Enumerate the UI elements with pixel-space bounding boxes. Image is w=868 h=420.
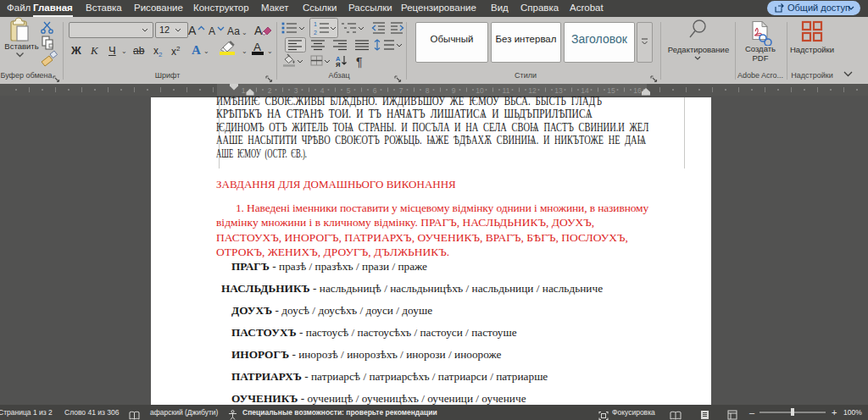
svg-text:1: 1 xyxy=(314,21,317,27)
svg-text:2: 2 xyxy=(268,86,272,95)
svg-text:5: 5 xyxy=(347,86,351,95)
svg-text:2: 2 xyxy=(314,30,317,36)
svg-text:1: 1 xyxy=(242,86,246,95)
svg-text:¶: ¶ xyxy=(356,55,363,69)
svg-text:15: 15 xyxy=(607,86,615,95)
svg-text:16: 16 xyxy=(633,86,642,95)
svg-text:Я: Я xyxy=(336,61,340,69)
svg-text:11: 11 xyxy=(503,86,510,95)
svg-text:14: 14 xyxy=(581,86,589,95)
svg-text:10: 10 xyxy=(476,86,484,95)
svg-text:8: 8 xyxy=(426,86,430,95)
svg-text:6: 6 xyxy=(373,86,377,95)
svg-text:12: 12 xyxy=(528,86,537,95)
svg-text:4: 4 xyxy=(320,86,325,95)
svg-text:7: 7 xyxy=(399,86,403,95)
svg-text:13: 13 xyxy=(554,86,563,95)
svg-text:9: 9 xyxy=(452,86,456,95)
svg-text:3: 3 xyxy=(294,86,298,95)
